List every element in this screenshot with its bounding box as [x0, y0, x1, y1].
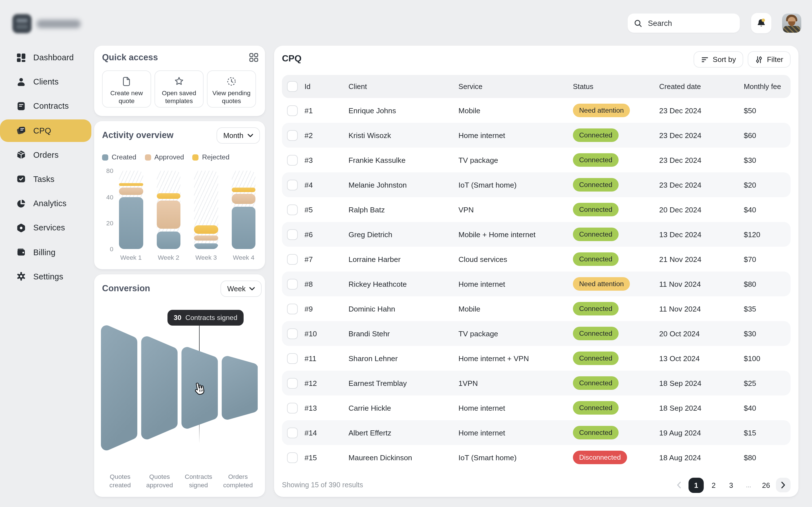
table-row[interactable]: #10Brandi StehrTV packageConnected20 Oct… [282, 321, 791, 346]
notifications-button[interactable] [751, 13, 771, 33]
funnel-segment-quotes-approved[interactable] [147, 342, 172, 434]
select-all-checkbox[interactable] [287, 81, 298, 92]
sidebar-item-clients[interactable]: Clients [0, 70, 91, 93]
sidebar-item-cpq[interactable]: CPQ [0, 119, 91, 142]
cell-created-date: 11 Nov 2024 [659, 304, 744, 313]
column-header-service[interactable]: Service [458, 82, 573, 91]
page-button-1[interactable]: 1 [689, 477, 704, 493]
table-row[interactable]: #5Ralph BatzVPNConnected20 Dec 2024$40 [282, 197, 791, 222]
app-root: Dashboard Clients Contracts CPQ Orders T… [0, 0, 812, 507]
bar-week-3[interactable] [194, 171, 218, 249]
table-row[interactable]: #3Frankie KassulkeTV packageConnected23 … [282, 148, 791, 172]
search-input[interactable] [647, 18, 749, 28]
bar-segment-rejected[interactable] [232, 187, 256, 192]
bar-segment-approved[interactable] [156, 201, 181, 229]
sidebar-item-contracts[interactable]: Contracts [0, 95, 91, 117]
table-row[interactable]: #11Sharon LehnerHome internet + VPNConne… [282, 346, 791, 371]
view-pending-quotes-button[interactable]: View pending quotes [207, 70, 256, 108]
row-checkbox[interactable] [287, 254, 298, 265]
bar-week-4[interactable] [232, 171, 256, 249]
grid-icon[interactable] [249, 53, 258, 62]
sidebar-item-billing[interactable]: Billing [0, 241, 91, 263]
row-checkbox[interactable] [287, 130, 298, 140]
sidebar-item-services[interactable]: Services [0, 217, 91, 239]
avatar[interactable] [782, 13, 801, 33]
column-header-id[interactable]: Id [305, 82, 349, 91]
table-row[interactable]: #2Kristi WisozkHome internetConnected23 … [282, 123, 791, 148]
column-header-status[interactable]: Status [573, 82, 659, 91]
bar-segment-approved[interactable] [119, 187, 143, 194]
sidebar-item-dashboard[interactable]: Dashboard [0, 46, 91, 69]
column-header-created-date[interactable]: Created date [659, 82, 744, 91]
open-saved-templates-button[interactable]: Open saved templates [154, 70, 204, 108]
row-checkbox[interactable] [287, 204, 298, 215]
column-header-client[interactable]: Client [349, 82, 458, 91]
row-checkbox[interactable] [287, 303, 298, 314]
cell-service: IoT (Smart home) [458, 453, 573, 462]
bar-segment-rejected[interactable] [119, 183, 143, 186]
next-page-button[interactable] [776, 478, 791, 492]
row-checkbox[interactable] [287, 229, 298, 240]
conversion-period-select[interactable]: Week [220, 281, 262, 297]
cell-created-date: 19 Aug 2024 [659, 429, 744, 437]
bar-segment-created[interactable] [232, 207, 256, 249]
row-checkbox[interactable] [287, 328, 298, 339]
page-button-26[interactable]: 26 [758, 477, 774, 493]
search-box[interactable] [627, 13, 740, 33]
sidebar-item-tasks[interactable]: Tasks [0, 168, 91, 190]
row-checkbox[interactable] [287, 279, 298, 289]
row-checkbox[interactable] [287, 427, 298, 438]
cell-client: Earnest Tremblay [349, 379, 458, 387]
row-checkbox[interactable] [287, 452, 298, 463]
row-checkbox[interactable] [287, 378, 298, 388]
table-row[interactable]: #1Enrique JohnsMobileNeed attention23 De… [282, 98, 791, 123]
funnel-segment-quotes-created[interactable] [107, 331, 132, 445]
column-header-monthly-fee[interactable]: Monthly fee [744, 82, 791, 91]
row-checkbox[interactable] [287, 353, 298, 363]
create-new-quote-button[interactable]: Create new quote [102, 70, 151, 108]
bar-segment-rejected[interactable] [156, 193, 181, 199]
row-checkbox[interactable] [287, 105, 298, 116]
row-checkbox[interactable] [287, 155, 298, 165]
bar-segment-approved[interactable] [232, 194, 256, 204]
status-badge: Connected [573, 178, 619, 191]
funnel-segment-orders-completed[interactable] [227, 362, 252, 414]
bar-segment-created[interactable] [194, 243, 218, 249]
bar-week-1[interactable] [119, 171, 143, 249]
bar-week-2[interactable] [156, 171, 181, 249]
cell-service: Home internet + VPN [458, 354, 573, 362]
y-axis-tick: 80 [101, 168, 113, 174]
table-row[interactable]: #4Melanie JohnstonIoT (Smart home)Connec… [282, 172, 791, 197]
sort-by-button[interactable]: Sort by [694, 51, 743, 68]
table-row[interactable]: #6Greg DietrichMobile + Home internetCon… [282, 222, 791, 247]
bar-segment-rejected[interactable] [194, 225, 218, 234]
status-badge: Need attention [573, 104, 630, 117]
cell-created-date: 23 Dec 2024 [659, 156, 744, 164]
sidebar-item-orders[interactable]: Orders [0, 144, 91, 166]
bar-segment-approved[interactable] [194, 236, 218, 240]
page-button-3[interactable]: 3 [723, 477, 739, 493]
sidebar-item-label: Contracts [33, 102, 69, 111]
cell-id: #13 [305, 404, 349, 412]
status-badge: Connected [573, 203, 619, 216]
row-checkbox[interactable] [287, 179, 298, 190]
funnel-label-contracts-signed: Contracts signed [179, 473, 218, 489]
previous-page-button[interactable] [672, 478, 686, 492]
bar-segment-created[interactable] [119, 198, 143, 249]
table-row[interactable]: #15Maureen DickinsonIoT (Smart home)Disc… [282, 445, 791, 470]
filter-button[interactable]: Filter [748, 51, 791, 68]
sidebar-item-settings[interactable]: Settings [0, 265, 91, 288]
table-row[interactable]: #12Earnest Tremblay1VPNConnected18 Sep 2… [282, 371, 791, 395]
bar-segment-created[interactable] [156, 231, 181, 249]
cell-created-date: 18 Sep 2024 [659, 404, 744, 412]
table-row[interactable]: #9Dominic HahnMobileConnected11 Nov 2024… [282, 296, 791, 321]
row-checkbox[interactable] [287, 402, 298, 413]
page-button-2[interactable]: 2 [706, 477, 721, 493]
status-badge: Connected [573, 302, 619, 316]
table-row[interactable]: #7Lorraine HarberCloud servicesConnected… [282, 247, 791, 272]
table-row[interactable]: #13Carrie HickleHome internetConnected18… [282, 395, 791, 420]
table-row[interactable]: #14Albert EffertzHome internetConnected1… [282, 420, 791, 445]
cell-id: #9 [305, 304, 349, 313]
sidebar-item-analytics[interactable]: Analytics [0, 192, 91, 215]
table-row[interactable]: #8Rickey HeathcoteHome internetNeed atte… [282, 272, 791, 296]
